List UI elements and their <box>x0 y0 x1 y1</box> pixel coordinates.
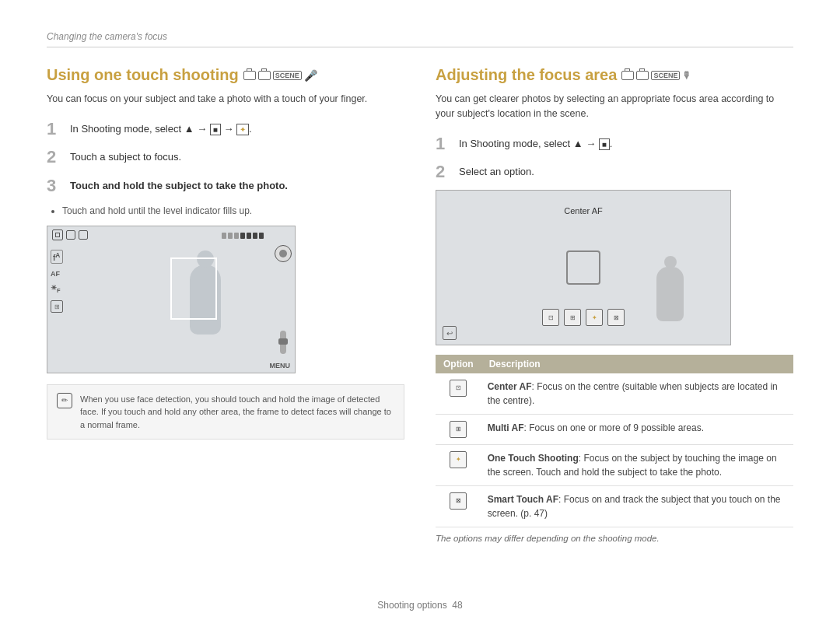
cam-icon3 <box>79 230 88 240</box>
step3-bold: Touch and hold the subject to take the p… <box>70 180 288 191</box>
focus-area-preview: Center AF ⊡ ⊞ ✦ ⊠ ↩ <box>436 190 731 345</box>
left-title-icons: SCENE 🎤 <box>243 69 317 82</box>
right-mic-icon: 🎙 <box>682 70 691 81</box>
scene-icon: SCENE <box>273 71 302 80</box>
cam-mode-inner <box>55 233 60 237</box>
right-section-title: Adjusting the focus area SCENE 🎙 <box>436 66 793 84</box>
right-scene-icon: SCENE <box>651 71 680 80</box>
col-option: Option <box>436 355 481 373</box>
right-column: Adjusting the focus area SCENE 🎙 You can… <box>436 66 793 587</box>
two-column-layout: Using one touch shooting SCENE 🎤 You can… <box>47 66 793 587</box>
focus-btn-center[interactable]: ⊡ <box>542 309 559 326</box>
right-step-num-2: 2 <box>436 162 453 182</box>
level-seg-5 <box>247 233 251 239</box>
focus-center-label: Center AF <box>564 206 603 215</box>
left-title-text: Using one touch shooting <box>47 66 239 84</box>
page: Changing the camera's focus Using one to… <box>0 0 840 634</box>
multi-af-desc: Multi AF: Focus on one or more of 9 poss… <box>481 415 793 445</box>
cam-icon2 <box>66 230 75 240</box>
note-icon: ✏ <box>57 393 72 408</box>
right-step-2: 2 Select an option. <box>436 162 793 182</box>
cam-label-bracket: ⊞ <box>51 300 63 313</box>
focus-btn-multi[interactable]: ⊞ <box>564 309 581 326</box>
focus-btn-smart[interactable]: ⊠ <box>607 309 625 326</box>
camera2-icon <box>258 71 271 80</box>
cam-mode-icon <box>52 229 63 240</box>
center-af-icon: ⊡ <box>450 380 467 397</box>
step-number-3: 3 <box>47 176 64 196</box>
mic-icon: 🎤 <box>304 69 317 82</box>
left-step-3: 3 Touch and hold the subject to take the… <box>47 176 404 196</box>
left-section-title: Using one touch shooting SCENE 🎤 <box>47 66 404 84</box>
right-step-num-1: 1 <box>436 134 453 154</box>
table-row-one-touch: ✦ One Touch Shooting: Focus on the subje… <box>436 445 793 486</box>
note-box: ✏ When you use face detection, you shoul… <box>47 384 404 440</box>
step-number-1: 1 <box>47 119 64 139</box>
focus-figure <box>656 267 684 321</box>
options-table-header: Option Description <box>436 355 793 373</box>
cam-zoom-slider <box>280 331 286 354</box>
one-touch-desc: One Touch Shooting: Focus on the subject… <box>481 445 793 486</box>
footer: Shooting options 48 <box>47 600 793 611</box>
cam-shutter-icon <box>275 245 292 262</box>
cam-label-fa: fA <box>51 250 63 264</box>
cam-bottom-menu: menu <box>270 362 291 370</box>
level-seg-6 <box>253 233 257 239</box>
right-intro: You can get clearer photos by selecting … <box>436 92 793 121</box>
focus-center-box <box>566 250 600 285</box>
step-text-2: Touch a subject to focus. <box>70 147 181 165</box>
footer-text: Shooting options <box>377 600 446 611</box>
breadcrumb-text: Changing the camera's focus <box>47 31 167 42</box>
left-step-2: 2 Touch a subject to focus. <box>47 147 404 167</box>
level-seg-2 <box>228 233 233 239</box>
table-row-multi-af: ⊞ Multi AF: Focus on one or more of 9 po… <box>436 415 793 445</box>
center-af-bold: Center AF <box>488 381 532 392</box>
options-table: Option Description ⊡ Center AF: Focus on… <box>436 355 793 527</box>
camera-ui-mockup: fA AF ☀F ⊞ <box>47 226 296 373</box>
breadcrumb: Changing the camera's focus <box>47 31 793 47</box>
step-text-3: Touch and hold the subject to take the p… <box>70 176 288 194</box>
step-text-1: In Shooting mode, select ▲ → ■ → ✦. <box>70 119 252 137</box>
center-af-icon-cell: ⊡ <box>436 373 481 415</box>
note-text: When you use face detection, you should … <box>80 393 394 432</box>
cam-label-nf: ☀F <box>51 284 63 294</box>
cam-left-bar: fA AF ☀F ⊞ <box>51 250 63 313</box>
one-touch-icon-cell: ✦ <box>436 445 481 486</box>
smart-touch-icon-cell: ⊠ <box>436 486 481 527</box>
left-step-1: 1 In Shooting mode, select ▲ → ■ → ✦. <box>47 119 404 139</box>
cam-focus-frame <box>170 257 217 320</box>
level-seg-3 <box>234 233 239 239</box>
one-touch-bold: One Touch Shooting <box>488 453 579 464</box>
focus-figure-body <box>656 267 684 321</box>
options-note: The options may differ depending on the … <box>436 534 793 543</box>
center-af-desc: Center AF: Focus on the centre (suitable… <box>481 373 793 415</box>
cam-shutter-inner <box>279 250 287 257</box>
cam-bracket-icon: ⊞ <box>54 303 60 310</box>
focus-back-button[interactable]: ↩ <box>443 326 457 340</box>
cam-label-af: AF <box>51 270 63 278</box>
cam-menu-label: menu <box>270 362 291 370</box>
left-column: Using one touch shooting SCENE 🎤 You can… <box>47 66 404 587</box>
cam-level-bar <box>222 233 264 239</box>
col-description: Description <box>481 355 793 373</box>
multi-af-icon-cell: ⊞ <box>436 415 481 445</box>
bullet-list: Touch and hold until the level indicator… <box>62 204 404 218</box>
right-step-text-1: In Shooting mode, select ▲ → ■. <box>459 134 612 152</box>
options-table-body: ⊡ Center AF: Focus on the centre (suitab… <box>436 373 793 527</box>
multi-af-bold: Multi AF <box>488 422 524 433</box>
step-number-2: 2 <box>47 147 64 167</box>
right-camera2-icon <box>636 71 649 80</box>
right-step-1: 1 In Shooting mode, select ▲ → ■. <box>436 134 793 154</box>
level-seg-7 <box>259 233 264 239</box>
multi-af-icon: ⊞ <box>450 421 467 438</box>
table-row-smart-touch: ⊠ Smart Touch AF: Focus on and track the… <box>436 486 793 527</box>
one-touch-icon: ✦ <box>450 451 467 468</box>
focus-btn-touch[interactable]: ✦ <box>586 309 603 326</box>
cam-zoom-handle <box>278 338 288 345</box>
camera-icon <box>243 71 256 80</box>
level-seg-1 <box>222 233 226 239</box>
right-title-text: Adjusting the focus area <box>436 66 617 84</box>
level-seg-4 <box>240 233 245 239</box>
right-camera-icon <box>621 71 634 80</box>
table-row-center-af: ⊡ Center AF: Focus on the centre (suitab… <box>436 373 793 415</box>
